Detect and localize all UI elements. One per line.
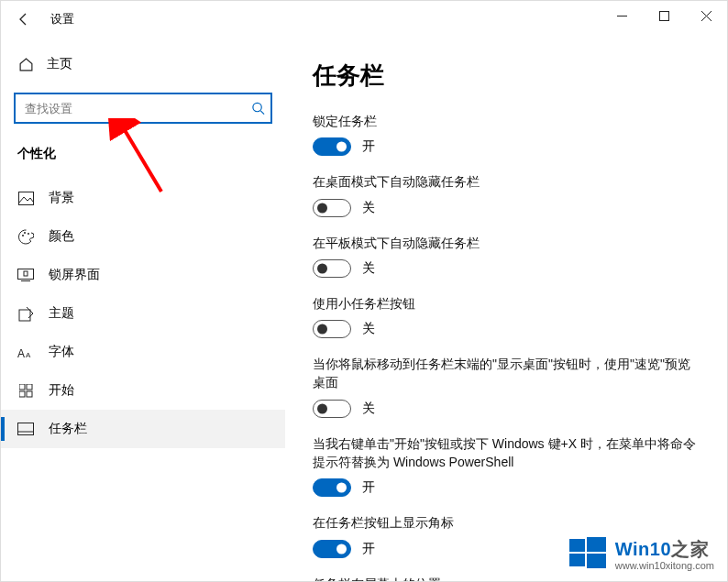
- toggle-switch[interactable]: [313, 478, 351, 497]
- sidebar: 主页 个性化 背景 颜色 锁屏界面 主题 AA 字体 开始: [1, 38, 285, 581]
- watermark-brand: Win10之家: [615, 537, 714, 562]
- search-input[interactable]: [14, 93, 272, 124]
- sidebar-item-label: 背景: [49, 190, 74, 206]
- toggle-switch[interactable]: [313, 400, 351, 418]
- watermark: Win10之家 www.win10xitong.com: [568, 533, 714, 574]
- svg-rect-26: [587, 554, 606, 568]
- picture-icon: [17, 192, 34, 205]
- palette-icon: [17, 229, 34, 245]
- svg-point-4: [253, 103, 261, 111]
- svg-line-5: [260, 111, 264, 115]
- setting-label: 在桌面模式下自动隐藏任务栏: [313, 172, 700, 191]
- setting-label: 当我右键单击"开始"按钮或按下 Windows 键+X 时，在菜单中将命令提示符…: [313, 434, 700, 472]
- sidebar-item-lockscreen[interactable]: 锁屏界面: [1, 256, 285, 294]
- svg-rect-19: [27, 391, 32, 397]
- font-icon: AA: [17, 346, 34, 359]
- svg-rect-10: [18, 269, 34, 280]
- sidebar-item-taskbar[interactable]: 任务栏: [1, 410, 285, 448]
- svg-rect-17: [27, 384, 32, 390]
- svg-rect-1: [659, 11, 668, 20]
- svg-point-8: [24, 232, 26, 234]
- close-icon: [701, 11, 711, 21]
- minimize-icon: [617, 11, 627, 21]
- svg-rect-13: [19, 310, 30, 321]
- setting-label: 使用小任务栏按钮: [313, 294, 700, 313]
- svg-rect-24: [587, 537, 606, 552]
- svg-rect-6: [18, 192, 33, 204]
- sidebar-item-start[interactable]: 开始: [1, 371, 285, 410]
- watermark-url: www.win10xitong.com: [615, 560, 714, 571]
- home-icon: [17, 57, 34, 72]
- toggle-state-text: 关: [362, 401, 375, 417]
- sidebar-item-background[interactable]: 背景: [1, 179, 285, 217]
- sidebar-item-label: 主题: [49, 305, 74, 322]
- toggle-switch[interactable]: [313, 540, 351, 558]
- toggle-switch[interactable]: [313, 320, 351, 338]
- toggle-state-text: 开: [362, 479, 375, 496]
- start-icon: [17, 384, 34, 398]
- sidebar-item-label: 任务栏: [49, 421, 87, 437]
- toggle-state-text: 关: [362, 260, 375, 277]
- sidebar-item-colors[interactable]: 颜色: [1, 217, 285, 256]
- setting-label: 在平板模式下自动隐藏任务栏: [313, 234, 700, 252]
- back-button[interactable]: [10, 5, 38, 33]
- toggle-switch[interactable]: [313, 137, 351, 156]
- svg-point-9: [28, 233, 29, 235]
- page-title: 任务栏: [313, 60, 700, 92]
- content-pane: 任务栏 锁定任务栏 开 在桌面模式下自动隐藏任务栏 关 在平板模式下自动隐藏任务…: [285, 38, 727, 581]
- toggle-state-text: 关: [362, 321, 375, 337]
- svg-rect-18: [19, 391, 25, 397]
- sidebar-item-fonts[interactable]: AA 字体: [1, 333, 285, 371]
- location-label: 任务栏在屏幕上的位置: [313, 575, 700, 581]
- svg-rect-20: [18, 423, 34, 435]
- window-controls: [601, 1, 727, 30]
- close-button[interactable]: [685, 1, 727, 30]
- toggle-switch[interactable]: [313, 259, 351, 278]
- minimize-button[interactable]: [601, 1, 643, 30]
- sidebar-section-title: 个性化: [1, 140, 285, 179]
- svg-rect-12: [24, 271, 28, 276]
- svg-text:A: A: [26, 351, 31, 359]
- svg-point-7: [22, 235, 24, 236]
- toggle-state-text: 开: [362, 138, 375, 155]
- toggle-state-text: 关: [362, 200, 375, 216]
- sidebar-home[interactable]: 主页: [1, 47, 285, 82]
- taskbar-icon: [17, 423, 34, 435]
- maximize-button[interactable]: [643, 1, 685, 30]
- sidebar-item-label: 字体: [49, 344, 74, 360]
- setting-label: 锁定任务栏: [313, 112, 700, 130]
- search-icon: [251, 102, 265, 115]
- maximize-icon: [659, 11, 669, 21]
- sidebar-item-label: 锁屏界面: [49, 267, 100, 283]
- windows-logo-icon: [568, 533, 608, 574]
- search-wrap: [14, 93, 272, 124]
- theme-icon: [17, 306, 34, 322]
- sidebar-item-label: 颜色: [49, 228, 74, 245]
- sidebar-item-label: 开始: [49, 382, 74, 399]
- svg-rect-23: [569, 539, 585, 552]
- lockscreen-icon: [17, 269, 34, 281]
- toggle-switch[interactable]: [313, 199, 351, 217]
- toggle-state-text: 开: [362, 541, 375, 557]
- app-title: 设置: [50, 11, 74, 27]
- svg-rect-25: [569, 554, 585, 566]
- setting-label: 当你将鼠标移动到任务栏末端的"显示桌面"按钮时，使用"速览"预览桌面: [313, 355, 700, 392]
- sidebar-item-themes[interactable]: 主题: [1, 294, 285, 333]
- setting-label: 在任务栏按钮上显示角标: [313, 513, 700, 532]
- sidebar-home-label: 主页: [47, 56, 72, 72]
- svg-text:A: A: [17, 347, 25, 359]
- arrow-left-icon: [17, 12, 31, 27]
- svg-rect-16: [19, 384, 25, 390]
